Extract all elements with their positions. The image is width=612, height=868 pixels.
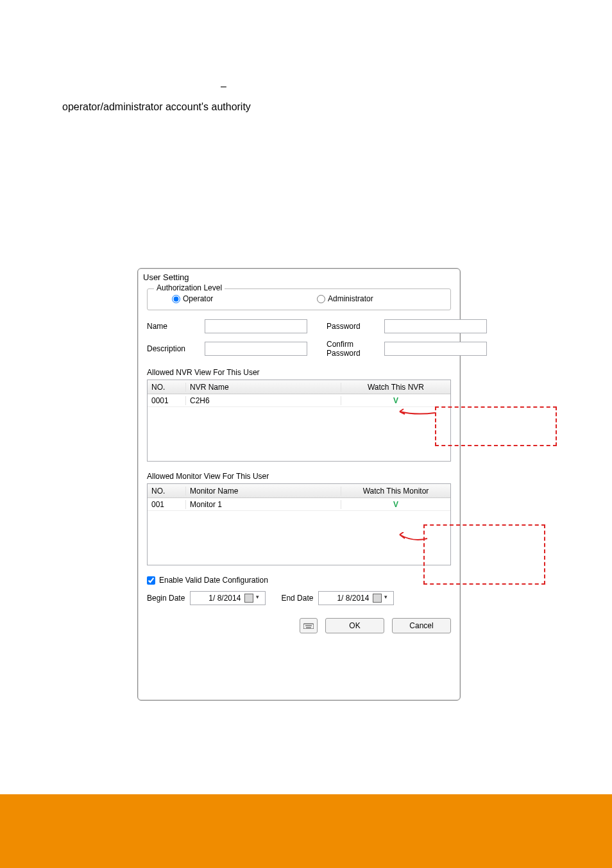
operator-radio[interactable]: Operator: [154, 294, 299, 303]
allowed-monitor-label: Allowed Monitor View For This User: [147, 472, 451, 481]
nvr-cell-name: C2H6: [186, 396, 341, 405]
monitor-col-no: NO.: [148, 487, 186, 496]
monitor-col-name: Monitor Name: [186, 487, 341, 496]
description-label: Description: [147, 344, 205, 353]
annotation-arrow: [396, 532, 435, 558]
name-label: Name: [147, 322, 205, 331]
monitor-table-row[interactable]: 001 Monitor 1 V: [148, 498, 450, 511]
enable-valid-date-checkbox[interactable]: [147, 576, 155, 585]
end-date-value: 1/ 8/2014: [321, 594, 369, 603]
annotation-box-monitor: [423, 524, 545, 585]
end-date-label: End Date: [281, 594, 313, 603]
password-label: Password: [327, 322, 384, 331]
monitor-cell-name: Monitor 1: [186, 500, 341, 509]
keyboard-icon: [303, 622, 314, 629]
doc-heading-text: operator/administrator account's authori…: [62, 101, 251, 113]
cancel-button[interactable]: Cancel: [392, 618, 451, 633]
administrator-radio-input[interactable]: [317, 295, 325, 303]
monitor-cell-watch[interactable]: V: [393, 500, 398, 509]
description-input[interactable]: [205, 342, 307, 356]
nvr-cell-watch[interactable]: V: [393, 396, 398, 405]
allowed-nvr-label: Allowed NVR View For This User: [147, 368, 451, 377]
annotation-arrow: [396, 408, 448, 433]
doc-heading-dash: –: [221, 81, 226, 92]
monitor-cell-no: 001: [148, 500, 186, 509]
enable-valid-date-label: Enable Valid Date Configuration: [159, 576, 268, 585]
administrator-radio[interactable]: Administrator: [299, 294, 444, 303]
monitor-col-watch: Watch This Monitor: [341, 487, 450, 496]
operator-radio-label: Operator: [183, 294, 213, 303]
begin-date-value: 1/ 8/2014: [193, 594, 241, 603]
nvr-cell-no: 0001: [148, 396, 186, 405]
nvr-col-watch: Watch This NVR: [341, 383, 450, 392]
nvr-col-name: NVR Name: [186, 383, 341, 392]
calendar-icon[interactable]: [373, 594, 382, 603]
user-setting-dialog: User Setting Authorization Level Operato…: [137, 268, 461, 701]
end-date-picker[interactable]: 1/ 8/2014: [318, 591, 394, 605]
confirm-password-input[interactable]: [384, 342, 487, 356]
administrator-radio-label: Administrator: [328, 294, 373, 303]
nvr-col-no: NO.: [148, 383, 186, 392]
begin-date-label: Begin Date: [147, 594, 185, 603]
authorization-group: Authorization Level Operator Administrat…: [147, 288, 451, 310]
keyboard-icon-button[interactable]: [300, 618, 318, 633]
nvr-table-row[interactable]: 0001 C2H6 V: [148, 394, 450, 407]
page-footer-bar: [0, 794, 612, 868]
ok-button[interactable]: OK: [325, 618, 384, 633]
password-input[interactable]: [384, 319, 487, 333]
name-input[interactable]: [205, 319, 307, 333]
annotation-box-nvr: [435, 406, 557, 446]
svg-rect-0: [303, 624, 314, 629]
operator-radio-input[interactable]: [172, 295, 180, 303]
authorization-legend: Authorization Level: [154, 283, 225, 292]
begin-date-picker[interactable]: 1/ 8/2014: [190, 591, 266, 605]
confirm-password-label: Confirm Password: [327, 340, 384, 358]
calendar-icon[interactable]: [244, 594, 253, 603]
